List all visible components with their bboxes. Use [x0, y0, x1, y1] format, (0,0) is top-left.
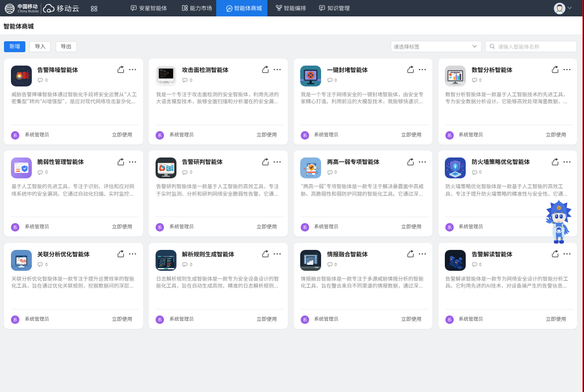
svg-text:AI: AI	[228, 6, 231, 9]
